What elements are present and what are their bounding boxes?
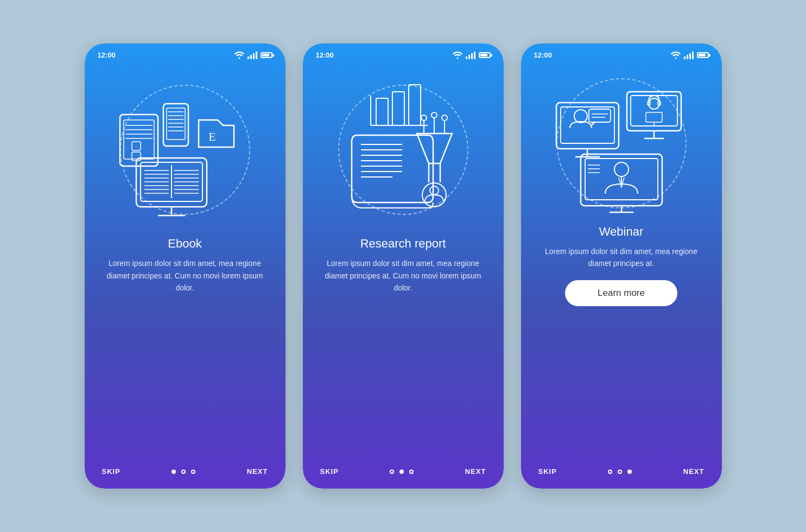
phone-screen-webinar: 12:00: [521, 43, 722, 489]
next-button-1[interactable]: NEXT: [247, 467, 268, 476]
dot-2-2: [399, 470, 404, 474]
wifi-icon-1: [234, 52, 244, 59]
battery-icon-2: [479, 52, 491, 58]
illustration-research: [303, 62, 504, 237]
signal-icon-1: [247, 52, 257, 59]
next-button-3[interactable]: NEXT: [683, 467, 705, 476]
svg-point-57: [430, 186, 439, 195]
bottom-nav-1: SKIP NEXT: [85, 458, 285, 489]
illustration-webinar: [521, 62, 722, 225]
skip-button-1[interactable]: SKIP: [102, 467, 120, 476]
signal-icon-2: [466, 52, 475, 59]
svg-rect-61: [589, 109, 611, 122]
dots-3: [608, 470, 632, 474]
svg-rect-67: [631, 96, 677, 126]
time-2: 12:00: [316, 51, 334, 59]
next-button-2[interactable]: NEXT: [465, 467, 486, 476]
dot-3-1: [608, 470, 612, 474]
wifi-icon-3: [671, 52, 681, 59]
dots-2: [390, 470, 414, 474]
illustration-ebook: E: [85, 62, 285, 237]
webinar-svg: [540, 70, 703, 217]
screen-body-2: Lorem ipsum dolor sit dim amet, mea regi…: [303, 257, 504, 294]
svg-rect-71: [646, 112, 662, 122]
status-icons-3: [671, 52, 709, 59]
svg-point-55: [442, 115, 447, 121]
wifi-icon-2: [453, 52, 462, 59]
signal-icon-3: [684, 52, 694, 59]
phone-screen-research: 12:00: [303, 43, 504, 489]
screen-title-3: Webinar: [599, 225, 644, 239]
screen-body-1: Lorem ipsum dolor sit dim amet, mea regi…: [85, 257, 285, 294]
svg-rect-25: [132, 142, 141, 150]
svg-point-77: [614, 162, 629, 176]
dot-3-2: [618, 470, 622, 474]
svg-point-51: [421, 115, 427, 121]
time-1: 12:00: [98, 51, 116, 59]
svg-rect-37: [392, 92, 404, 125]
dot-3-3: [627, 470, 632, 474]
dot-1-2: [181, 470, 186, 474]
screen-body-3: Lorem ipsum dolor sit dim amet, mea regi…: [521, 245, 722, 270]
svg-point-60: [574, 110, 587, 123]
dot-2-3: [409, 470, 414, 474]
screen-title-1: Ebook: [168, 237, 201, 251]
skip-button-3[interactable]: SKIP: [538, 467, 557, 476]
svg-rect-28: [167, 108, 185, 140]
ebook-svg: E: [104, 77, 266, 223]
dot-1-3: [191, 470, 195, 474]
dots-1: [172, 470, 195, 474]
bottom-nav-2: SKIP NEXT: [303, 458, 504, 489]
svg-point-53: [431, 112, 437, 118]
skip-button-2[interactable]: SKIP: [320, 467, 339, 476]
phone-screen-ebook: 12:00: [85, 43, 285, 489]
status-icons-2: [453, 52, 491, 59]
status-bar-1: 12:00: [85, 43, 285, 62]
svg-rect-38: [409, 85, 421, 125]
svg-rect-20: [124, 120, 154, 159]
battery-icon-1: [261, 52, 272, 58]
dot-1-1: [172, 470, 176, 474]
dot-2-1: [390, 470, 394, 474]
time-3: 12:00: [534, 51, 552, 59]
screens-container: 12:00: [85, 43, 722, 489]
status-icons-1: [234, 52, 272, 59]
svg-rect-36: [376, 98, 388, 125]
status-bar-3: 12:00: [521, 43, 722, 62]
bottom-nav-3: SKIP NEXT: [521, 458, 722, 489]
svg-rect-59: [561, 107, 614, 143]
learn-more-button[interactable]: Learn more: [565, 280, 677, 306]
svg-text:E: E: [208, 130, 215, 143]
status-bar-2: 12:00: [303, 43, 504, 62]
research-svg: [322, 77, 485, 223]
screen-title-2: Research report: [360, 237, 446, 251]
battery-icon-3: [697, 52, 709, 58]
